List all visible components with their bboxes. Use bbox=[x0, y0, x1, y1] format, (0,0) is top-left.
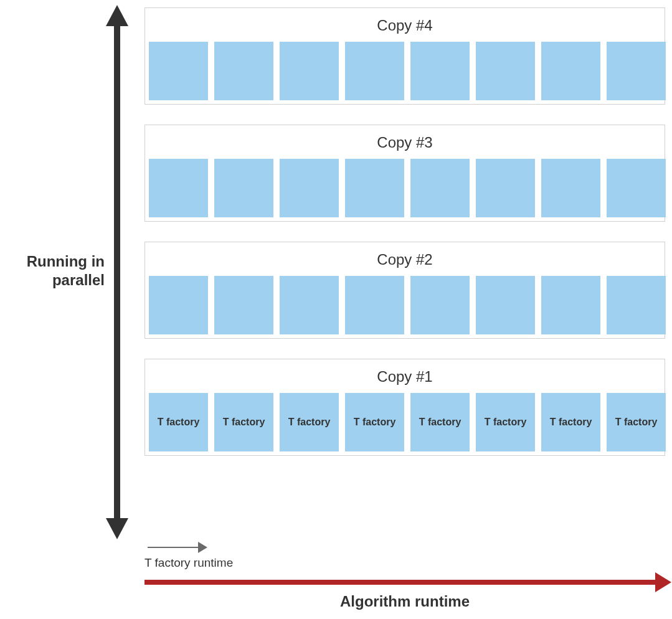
t-factory-tile bbox=[541, 276, 600, 334]
t-factory-tile bbox=[280, 159, 339, 217]
t-factory-tile: T factory bbox=[214, 393, 273, 451]
t-factory-tile bbox=[541, 42, 600, 100]
t-factory-runtime-arrow bbox=[148, 543, 206, 553]
t-factory-tile bbox=[214, 276, 273, 334]
t-factory-tile bbox=[476, 159, 535, 217]
tile-row bbox=[145, 276, 665, 334]
small-arrow-shaft bbox=[148, 547, 199, 548]
t-factory-tile bbox=[541, 159, 600, 217]
t-factory-tile bbox=[476, 276, 535, 334]
t-factory-tile: T factory bbox=[607, 393, 666, 451]
t-factory-tile bbox=[149, 159, 208, 217]
t-factory-tile bbox=[607, 159, 666, 217]
t-factory-tile bbox=[345, 276, 404, 334]
t-factory-tile bbox=[149, 276, 208, 334]
t-factory-tile: T factory bbox=[149, 393, 208, 451]
t-factory-tile bbox=[607, 276, 666, 334]
tile-row bbox=[145, 42, 665, 100]
lane-copy-3: Copy #3 bbox=[144, 125, 665, 222]
diagram-canvas: Running in parallel Copy #4 Copy #3 bbox=[0, 0, 672, 619]
y-axis-label: Running in parallel bbox=[0, 252, 105, 290]
arrow-right-icon bbox=[198, 542, 207, 553]
tile-row: T factory T factory T factory T factory … bbox=[145, 393, 665, 451]
t-factory-tile: T factory bbox=[345, 393, 404, 451]
t-factory-runtime-label: T factory runtime bbox=[144, 556, 233, 570]
x-axis-label: Algorithm runtime bbox=[144, 593, 665, 610]
lane-title: Copy #2 bbox=[145, 242, 665, 276]
t-factory-tile: T factory bbox=[541, 393, 600, 451]
t-factory-tile bbox=[410, 42, 470, 100]
t-factory-tile: T factory bbox=[410, 393, 470, 451]
t-factory-tile bbox=[214, 42, 273, 100]
t-factory-tile: T factory bbox=[280, 393, 339, 451]
t-factory-tile: T factory bbox=[476, 393, 535, 451]
t-factory-tile bbox=[345, 159, 404, 217]
t-factory-tile bbox=[410, 159, 470, 217]
t-factory-tile bbox=[214, 159, 273, 217]
y-axis-shaft bbox=[114, 22, 120, 522]
lane-title: Copy #3 bbox=[145, 125, 665, 159]
t-factory-tile bbox=[280, 276, 339, 334]
lane-title: Copy #1 bbox=[145, 359, 665, 393]
t-factory-tile bbox=[345, 42, 404, 100]
t-factory-tile bbox=[280, 42, 339, 100]
t-factory-tile bbox=[476, 42, 535, 100]
lane-copy-4: Copy #4 bbox=[144, 7, 665, 105]
arrow-down-icon bbox=[106, 518, 128, 539]
arrow-right-icon bbox=[655, 572, 671, 592]
tile-row bbox=[145, 159, 665, 217]
x-axis-arrow bbox=[144, 576, 668, 588]
lane-title: Copy #4 bbox=[145, 8, 665, 42]
t-factory-tile bbox=[607, 42, 666, 100]
t-factory-tile bbox=[149, 42, 208, 100]
lane-copy-1: Copy #1 T factory T factory T factory T … bbox=[144, 359, 665, 456]
x-axis-shaft bbox=[144, 580, 659, 585]
y-axis-arrow bbox=[113, 7, 121, 537]
lane-copy-2: Copy #2 bbox=[144, 242, 665, 339]
lanes-container: Copy #4 Copy #3 bbox=[144, 7, 665, 456]
t-factory-tile bbox=[410, 276, 470, 334]
